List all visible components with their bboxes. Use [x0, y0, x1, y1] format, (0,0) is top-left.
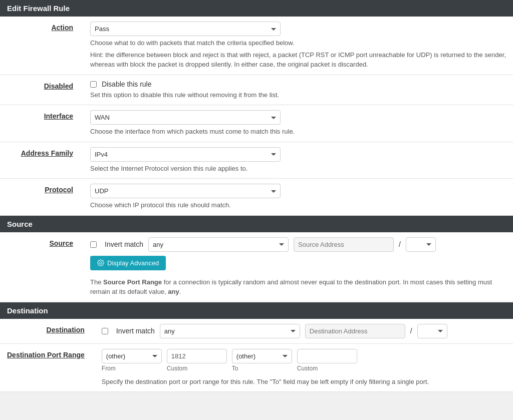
protocol-select[interactable]: UDP TCP TCP/UDP ICMP any	[90, 184, 281, 198]
destination-content-cell: Invert match any Single host or alias Ne…	[92, 319, 513, 344]
interface-select[interactable]: WAN LAN LAN2	[90, 110, 281, 125]
interface-label-cell: Interface	[0, 105, 80, 142]
protocol-content-cell: UDP TCP TCP/UDP ICMP any Choose which IP…	[80, 179, 513, 216]
source-form-table: Source Invert match any Single host or a…	[0, 232, 513, 302]
port-to-label: To	[232, 365, 292, 372]
port-from-custom-label: Custom	[167, 365, 227, 372]
destination-port-range-row: Destination Port Range (other) any HTTP …	[0, 343, 513, 392]
source-any-select[interactable]: any Single host or alias Network WAN sub…	[148, 237, 289, 252]
interface-label: Interface	[44, 112, 73, 120]
protocol-row: Protocol UDP TCP TCP/UDP ICMP any Choose…	[0, 179, 513, 216]
source-cidr-select[interactable]: 8 16 24 32	[406, 237, 436, 252]
source-address-input[interactable]	[294, 237, 394, 252]
disabled-content-cell: Disable this rule Set this option to dis…	[80, 75, 513, 105]
destination-section-header: Destination	[0, 302, 513, 319]
destination-port-range-label-cell: Destination Port Range	[0, 343, 92, 392]
port-from-col: (other) any HTTP HTTPS SSH From	[102, 349, 162, 372]
port-to-select[interactable]: (other) any HTTP HTTPS SSH	[232, 349, 292, 363]
address-family-row: Address Family IPv4 IPv6 IPv4+IPv6 Selec…	[0, 142, 513, 179]
port-from-custom-col: Custom	[167, 349, 227, 372]
source-hint: The Source Port Range for a connection i…	[90, 277, 506, 297]
main-form-table: Action Pass Block Reject Choose what to …	[0, 17, 513, 216]
source-slash: /	[399, 240, 401, 248]
destination-any-select[interactable]: any Single host or alias Network WAN sub…	[160, 324, 300, 338]
interface-hint: Choose the interface from which packets …	[90, 127, 506, 137]
display-advanced-label: Display Advanced	[107, 259, 159, 267]
destination-label-cell: Destination	[0, 319, 92, 344]
source-any-bold: any	[168, 288, 179, 295]
action-row: Action Pass Block Reject Choose what to …	[0, 17, 513, 75]
disabled-row: Disabled Disable this rule Set this opti…	[0, 75, 513, 105]
action-select[interactable]: Pass Block Reject	[90, 22, 281, 36]
page-wrapper: Edit Firewall Rule Action Pass Block Rej…	[0, 0, 513, 392]
destination-port-range-controls: (other) any HTTP HTTPS SSH From Custom	[102, 349, 506, 372]
source-invert-label: Invert match	[105, 240, 143, 248]
source-content-cell: Invert match any Single host or alias Ne…	[80, 232, 513, 302]
destination-controls-row: Invert match any Single host or alias Ne…	[102, 324, 506, 338]
source-port-range-bold: Source Port Range	[103, 278, 162, 286]
interface-content-cell: WAN LAN LAN2 Choose the interface from w…	[80, 105, 513, 142]
destination-invert-checkbox[interactable]	[102, 328, 108, 334]
interface-row: Interface WAN LAN LAN2 Choose the interf…	[0, 105, 513, 142]
address-family-label-cell: Address Family	[0, 142, 80, 179]
disabled-checkbox-label: Disable this rule	[102, 80, 152, 88]
action-hint1: Choose what to do with packets that matc…	[90, 38, 506, 48]
port-from-label: From	[102, 365, 162, 372]
action-content-cell: Pass Block Reject Choose what to do with…	[80, 17, 513, 75]
protocol-hint: Choose which IP protocol this rule shoul…	[90, 200, 506, 210]
protocol-label: Protocol	[45, 186, 73, 194]
destination-address-input[interactable]	[305, 324, 405, 338]
port-to-custom-input[interactable]	[297, 349, 357, 363]
destination-row: Destination Invert match any Single host…	[0, 319, 513, 344]
action-label-cell: Action	[0, 17, 80, 75]
disabled-hint: Set this option to disable this rule wit…	[90, 90, 506, 100]
port-from-custom-input[interactable]	[167, 349, 227, 363]
action-label: Action	[51, 24, 73, 32]
destination-form-table: Destination Invert match any Single host…	[0, 319, 513, 392]
gear-icon	[97, 259, 104, 266]
disabled-label-cell: Disabled	[0, 75, 80, 105]
page-title: Edit Firewall Rule	[7, 4, 70, 13]
protocol-label-cell: Protocol	[0, 179, 80, 216]
destination-port-range-label: Destination Port Range	[7, 351, 85, 359]
destination-port-hint: Specify the destination port or port ran…	[102, 377, 506, 387]
source-controls-row: Invert match any Single host or alias Ne…	[90, 237, 506, 252]
address-family-hint: Select the Internet Protocol version thi…	[90, 164, 506, 174]
destination-slash: /	[410, 327, 412, 335]
destination-port-range-content-cell: (other) any HTTP HTTPS SSH From Custom	[92, 343, 513, 392]
display-advanced-button[interactable]: Display Advanced	[90, 256, 166, 270]
source-row: Source Invert match any Single host or a…	[0, 232, 513, 302]
destination-label: Destination	[47, 326, 85, 334]
disabled-label: Disabled	[44, 82, 73, 90]
address-family-select[interactable]: IPv4 IPv6 IPv4+IPv6	[90, 147, 281, 162]
source-label: Source	[50, 239, 73, 247]
action-hint2: Hint: the difference between block and r…	[90, 50, 506, 70]
port-from-select[interactable]: (other) any HTTP HTTPS SSH	[102, 349, 162, 363]
address-family-content-cell: IPv4 IPv6 IPv4+IPv6 Select the Internet …	[80, 142, 513, 179]
destination-cidr-select[interactable]: 8 16 24 32	[417, 324, 447, 338]
disabled-checkbox[interactable]	[90, 81, 97, 88]
destination-invert-label: Invert match	[116, 327, 155, 335]
port-to-col: (other) any HTTP HTTPS SSH To	[232, 349, 292, 372]
source-header-label: Source	[7, 220, 33, 228]
port-to-custom-label: Custom	[297, 365, 357, 372]
port-to-custom-col: Custom	[297, 349, 357, 372]
edit-firewall-rule-header: Edit Firewall Rule	[0, 0, 513, 17]
destination-header-label: Destination	[7, 306, 48, 315]
source-section-header: Source	[0, 216, 513, 232]
source-label-cell: Source	[0, 232, 80, 302]
address-family-label: Address Family	[21, 149, 73, 157]
disabled-checkbox-row: Disable this rule	[90, 80, 506, 88]
source-invert-checkbox[interactable]	[90, 241, 97, 248]
